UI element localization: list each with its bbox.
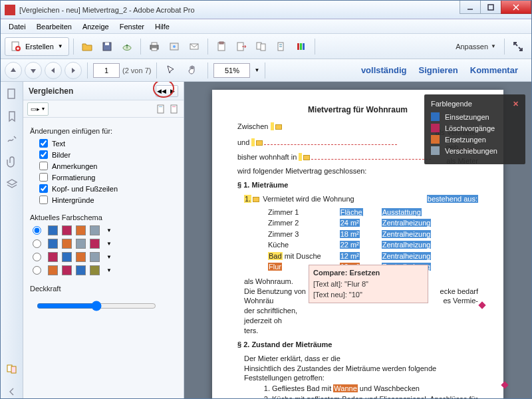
floppy-icon (101, 41, 113, 53)
edit-button[interactable] (272, 37, 291, 56)
arrow-down-icon (29, 66, 37, 74)
save-button[interactable] (98, 37, 116, 56)
menu-file[interactable]: Datei (3, 21, 31, 33)
create-label: Erstellen (25, 43, 54, 51)
printer-icon (148, 41, 160, 53)
chk-text[interactable]: Text (39, 139, 177, 148)
dropdown-icon[interactable]: ▼ (106, 227, 112, 233)
chk-backgrounds[interactable]: Hintergründe (39, 196, 177, 204)
clipboard-button[interactable] (212, 37, 231, 56)
menu-window[interactable]: Fenster (114, 21, 150, 33)
cloud-button[interactable] (118, 37, 136, 56)
navbar: (2 von 7) ▼ vollständig Signieren Kommen… (1, 59, 531, 82)
legend-row: Löschvorgänge (431, 124, 519, 132)
chk-formatting[interactable]: Formatierung (39, 173, 177, 182)
open-button[interactable] (78, 37, 96, 56)
panel-nav-arrows: ◀◀ ▶ (156, 85, 178, 97)
print-button[interactable] (145, 37, 164, 56)
bookmarks-icon[interactable] (5, 110, 19, 123)
svg-rect-18 (219, 42, 223, 44)
svg-rect-27 (303, 43, 305, 50)
dropdown-icon[interactable]: ▼ (106, 267, 112, 273)
menu-edit[interactable]: Bearbeiten (31, 21, 77, 33)
app-window: [Vergleichen - neu] Mietvertrag_2 - Adob… (0, 0, 532, 399)
compare-tooltip: Compare: Ersetzen [Text alt]: "Flur 8" [… (309, 265, 428, 303)
link-full[interactable]: vollständig (361, 65, 407, 75)
note-icon[interactable] (253, 197, 259, 202)
maximize-button[interactable] (480, 1, 501, 14)
dropdown-icon[interactable]: ▼ (106, 241, 112, 247)
next-diff-button[interactable]: ▶ (167, 86, 178, 96)
legend-swatch (431, 135, 440, 144)
color-icon (295, 41, 307, 53)
svg-point-15 (173, 45, 176, 48)
doc-b-icon[interactable] (169, 104, 180, 114)
svg-rect-26 (300, 43, 302, 50)
color-button[interactable] (292, 37, 311, 56)
svg-rect-34 (172, 106, 176, 107)
legend-label: Löschvorgänge (445, 124, 495, 132)
legend-swatch (431, 112, 440, 121)
arrow-right-icon (69, 66, 77, 74)
layers-icon[interactable] (5, 178, 19, 191)
legend-swatch (431, 124, 440, 132)
color-scheme-row[interactable]: ▼ (33, 225, 177, 235)
scan-button[interactable] (165, 37, 184, 56)
history-fwd-button[interactable] (65, 62, 82, 79)
dropdown-icon[interactable]: ▼ (106, 254, 112, 260)
color-swatch (90, 225, 100, 235)
note-icon[interactable] (256, 140, 263, 146)
pages-icon[interactable] (5, 87, 19, 100)
color-scheme-row[interactable]: ▼ (33, 252, 177, 262)
opacity-heading: Deckkraft (30, 285, 177, 293)
doc-a-icon[interactable] (156, 104, 166, 114)
page-total: (2 von 7) (122, 66, 151, 74)
hand-tool[interactable] (184, 61, 202, 80)
link-sign[interactable]: Signieren (419, 65, 458, 75)
close-button[interactable] (501, 1, 531, 14)
customize-button[interactable]: Anpassen ▼ (452, 43, 500, 51)
color-scheme-row[interactable]: ▼ (33, 265, 177, 275)
menu-help[interactable]: Hilfe (150, 21, 175, 33)
export-button[interactable] (232, 37, 251, 56)
color-swatch (90, 252, 100, 262)
diff-marker (478, 301, 485, 309)
history-back-button[interactable] (45, 62, 62, 79)
select-tool[interactable] (162, 61, 181, 80)
signatures-icon[interactable] (5, 132, 19, 146)
color-swatch (62, 252, 72, 262)
note-icon[interactable] (303, 155, 310, 160)
fullscreen-button[interactable] (509, 37, 527, 56)
color-scheme-row[interactable]: ▼ (33, 239, 177, 249)
page-down-button[interactable] (25, 62, 42, 79)
minimize-button[interactable] (460, 1, 481, 14)
hand-icon (187, 65, 199, 76)
page-input[interactable] (93, 63, 120, 78)
legend-close[interactable]: ✕ (513, 100, 519, 108)
combine-button[interactable] (252, 37, 271, 56)
prev-diff-button[interactable]: ◀◀ (156, 86, 167, 96)
page-up-button[interactable] (5, 62, 22, 79)
note-icon[interactable] (275, 124, 282, 130)
attachments-icon[interactable] (5, 155, 19, 168)
svg-rect-13 (152, 48, 157, 51)
scan-icon (168, 41, 180, 53)
collapse-icon[interactable] (5, 385, 19, 398)
opacity-slider[interactable] (37, 301, 156, 311)
menu-view[interactable]: Anzeige (77, 21, 114, 33)
chk-headers[interactable]: Kopf- und Fußzeilen (39, 184, 177, 193)
view-toggle[interactable]: ▭▸▼ (27, 102, 49, 116)
chk-images[interactable]: Bilder (39, 150, 177, 159)
chk-annotations[interactable]: Anmerkungen (39, 162, 177, 170)
mail-button[interactable] (185, 37, 203, 56)
svg-rect-32 (159, 106, 162, 107)
create-button[interactable]: Erstellen ▼ (5, 37, 69, 56)
cursor-icon (166, 65, 178, 76)
envelope-icon (188, 41, 200, 53)
dropdown-icon: ▼ (491, 43, 496, 49)
svg-rect-21 (261, 44, 265, 51)
dropdown-icon: ▼ (254, 67, 259, 73)
compare-icon[interactable] (5, 362, 19, 376)
zoom-input[interactable] (213, 63, 250, 78)
link-comment[interactable]: Kommentar (470, 65, 518, 75)
